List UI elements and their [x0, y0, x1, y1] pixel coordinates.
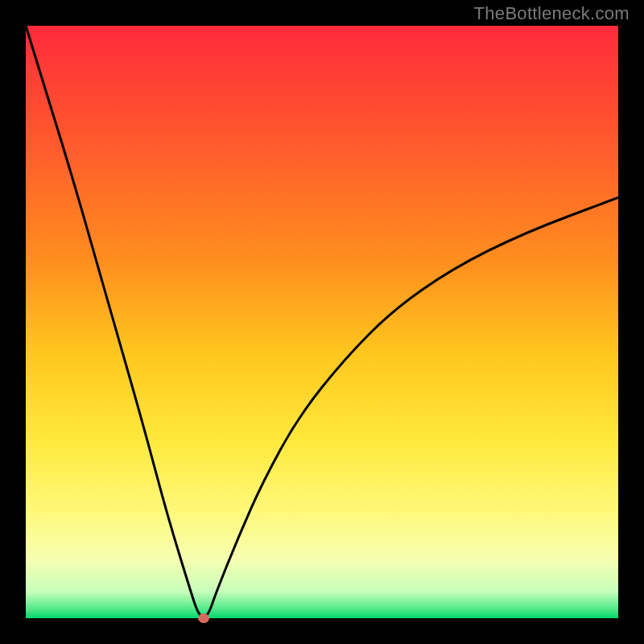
min-marker [198, 613, 209, 623]
curve-path [26, 26, 618, 617]
watermark-text: TheBottleneck.com [474, 3, 630, 24]
plot-area [26, 26, 618, 618]
bottleneck-curve [26, 26, 618, 618]
chart-frame: TheBottleneck.com [0, 0, 644, 644]
